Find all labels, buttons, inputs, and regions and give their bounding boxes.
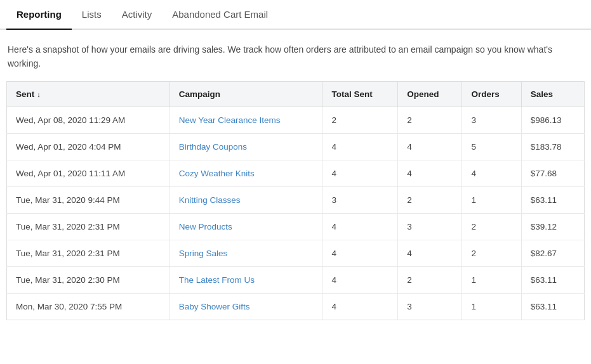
cell-sales: $183.78 (521, 133, 584, 160)
cell-orders: 2 (462, 240, 521, 266)
col-header-orders: Orders (462, 81, 521, 107)
cell-sent: Wed, Apr 01, 2020 11:11 AM (7, 160, 170, 186)
cell-orders: 3 (462, 107, 521, 133)
cell-campaign: Cozy Weather Knits (169, 160, 322, 186)
col-header-sent[interactable]: Sent↓ (7, 81, 170, 107)
cell-sales: $39.12 (521, 213, 584, 240)
cell-orders: 2 (462, 213, 521, 240)
cell-orders: 1 (462, 186, 521, 213)
cell-campaign: Spring Sales (169, 240, 322, 266)
cell-total-sent: 3 (322, 186, 398, 213)
cell-campaign: The Latest From Us (169, 266, 322, 293)
sort-icon-sent: ↓ (37, 91, 41, 98)
cell-total-sent: 4 (322, 160, 398, 186)
cell-orders: 4 (462, 160, 521, 186)
cell-total-sent: 2 (322, 107, 398, 133)
table-row: Wed, Apr 01, 2020 11:11 AMCozy Weather K… (7, 160, 585, 186)
col-header-total-sent: Total Sent (322, 81, 398, 107)
table-row: Tue, Mar 31, 2020 2:31 PMSpring Sales442… (7, 240, 585, 266)
cell-sent: Wed, Apr 01, 2020 4:04 PM (7, 133, 170, 160)
table-row: Wed, Apr 08, 2020 11:29 AMNew Year Clear… (7, 107, 585, 133)
campaign-link[interactable]: Knitting Classes (179, 195, 241, 205)
nav-tab-activity[interactable]: Activity (112, 0, 163, 29)
cell-sales: $82.67 (521, 240, 584, 266)
campaign-link[interactable]: Birthday Coupons (179, 142, 247, 152)
campaign-link[interactable]: Cozy Weather Knits (179, 169, 255, 178)
cell-sent: Tue, Mar 31, 2020 2:30 PM (7, 266, 170, 293)
cell-sent: Wed, Apr 08, 2020 11:29 AM (7, 107, 170, 133)
nav-tabs: ReportingListsActivityAbandoned Cart Ema… (0, 0, 591, 30)
table-row: Tue, Mar 31, 2020 2:31 PMNew Products432… (7, 213, 585, 240)
cell-campaign: Birthday Coupons (169, 133, 322, 160)
nav-tab-lists[interactable]: Lists (72, 0, 112, 29)
cell-campaign: Baby Shower Gifts (169, 293, 322, 320)
campaign-link[interactable]: Spring Sales (179, 249, 228, 258)
reporting-table: Sent↓CampaignTotal SentOpenedOrdersSales… (6, 81, 585, 320)
cell-total-sent: 4 (322, 133, 398, 160)
cell-sent: Tue, Mar 31, 2020 9:44 PM (7, 186, 170, 213)
cell-opened: 4 (398, 133, 462, 160)
col-header-campaign: Campaign (169, 81, 322, 107)
cell-orders: 1 (462, 293, 521, 320)
cell-sales: $63.11 (521, 293, 584, 320)
cell-opened: 4 (398, 240, 462, 266)
nav-tab-reporting[interactable]: Reporting (6, 0, 72, 29)
cell-total-sent: 4 (322, 240, 398, 266)
cell-sales: $63.11 (521, 266, 584, 293)
col-header-sales: Sales (521, 81, 584, 107)
cell-sent: Mon, Mar 30, 2020 7:55 PM (7, 293, 170, 320)
campaign-link[interactable]: The Latest From Us (179, 275, 255, 285)
cell-opened: 4 (398, 160, 462, 186)
reporting-table-wrapper: Sent↓CampaignTotal SentOpenedOrdersSales… (0, 81, 591, 320)
cell-sales: $63.11 (521, 186, 584, 213)
cell-total-sent: 4 (322, 213, 398, 240)
cell-sales: $77.68 (521, 160, 584, 186)
campaign-link[interactable]: New Year Clearance Items (179, 115, 281, 125)
campaign-link[interactable]: Baby Shower Gifts (179, 302, 250, 311)
cell-sent: Tue, Mar 31, 2020 2:31 PM (7, 240, 170, 266)
cell-total-sent: 4 (322, 266, 398, 293)
cell-opened: 2 (398, 266, 462, 293)
cell-sales: $986.13 (521, 107, 584, 133)
description-text: Here's a snapshot of how your emails are… (0, 30, 571, 81)
cell-opened: 2 (398, 107, 462, 133)
cell-opened: 2 (398, 186, 462, 213)
cell-orders: 5 (462, 133, 521, 160)
cell-opened: 3 (398, 293, 462, 320)
cell-campaign: Knitting Classes (169, 186, 322, 213)
cell-campaign: New Products (169, 213, 322, 240)
table-row: Tue, Mar 31, 2020 2:30 PMThe Latest From… (7, 266, 585, 293)
cell-orders: 1 (462, 266, 521, 293)
table-row: Wed, Apr 01, 2020 4:04 PMBirthday Coupon… (7, 133, 585, 160)
col-header-opened: Opened (398, 81, 462, 107)
cell-total-sent: 4 (322, 293, 398, 320)
campaign-link[interactable]: New Products (179, 222, 232, 231)
cell-sent: Tue, Mar 31, 2020 2:31 PM (7, 213, 170, 240)
cell-campaign: New Year Clearance Items (169, 107, 322, 133)
table-row: Mon, Mar 30, 2020 7:55 PMBaby Shower Gif… (7, 293, 585, 320)
table-row: Tue, Mar 31, 2020 9:44 PMKnitting Classe… (7, 186, 585, 213)
nav-tab-abandoned-cart-email[interactable]: Abandoned Cart Email (162, 0, 278, 29)
cell-opened: 3 (398, 213, 462, 240)
